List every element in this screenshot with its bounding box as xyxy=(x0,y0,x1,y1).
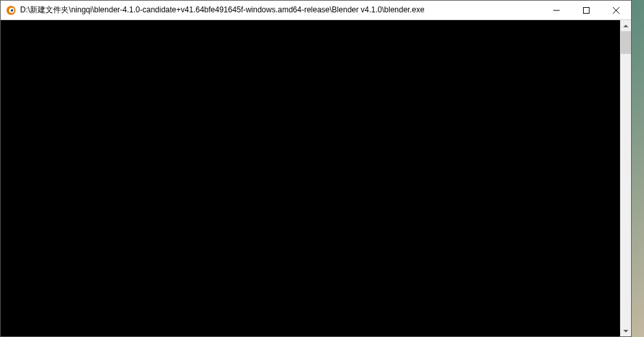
minimize-icon xyxy=(553,7,560,14)
console-output[interactable] xyxy=(1,20,620,336)
close-button[interactable] xyxy=(601,1,631,19)
chevron-down-icon xyxy=(623,330,628,332)
scroll-down-button[interactable] xyxy=(621,325,631,336)
scroll-up-button[interactable] xyxy=(621,20,631,31)
svg-rect-4 xyxy=(584,7,590,13)
console-window: D:\新建文件夹\ningqi\blender-4.1.0-candidate+… xyxy=(0,0,632,337)
blender-icon xyxy=(6,5,16,16)
maximize-icon xyxy=(583,7,590,14)
maximize-button[interactable] xyxy=(571,1,601,19)
titlebar[interactable]: D:\新建文件夹\ningqi\blender-4.1.0-candidate+… xyxy=(1,1,631,20)
close-icon xyxy=(613,7,619,14)
window-controls xyxy=(542,1,631,19)
chevron-up-icon xyxy=(623,25,628,27)
scrollbar-track[interactable] xyxy=(621,31,631,325)
window-title: D:\新建文件夹\ningqi\blender-4.1.0-candidate+… xyxy=(20,5,542,16)
minimize-button[interactable] xyxy=(542,1,571,19)
client-area xyxy=(1,20,631,336)
scrollbar-thumb[interactable] xyxy=(621,31,631,54)
svg-point-2 xyxy=(11,9,14,12)
vertical-scrollbar[interactable] xyxy=(620,20,631,336)
